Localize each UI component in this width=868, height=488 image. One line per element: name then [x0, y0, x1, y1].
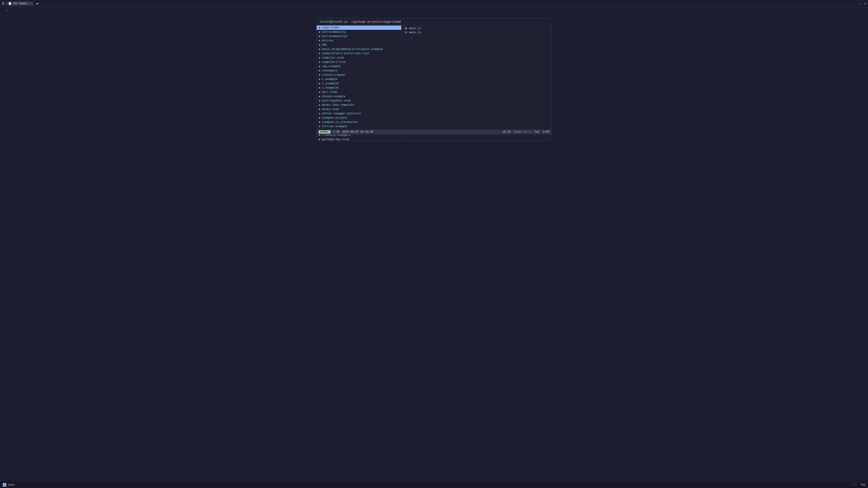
folder-icon: ▶	[319, 116, 320, 120]
yazi-app-icon: y	[3, 483, 6, 487]
top-bar-right: ↻ ⚙	[860, 2, 866, 5]
item-name: dooku-ldoc-template	[322, 103, 354, 107]
encoding-info: 1:1	[852, 483, 857, 486]
bottom-right: 1:1 Top	[852, 483, 865, 486]
folder-icon: ▶	[319, 65, 320, 68]
folder-icon: ▶	[319, 95, 320, 98]
status-disk: 10.2G	[503, 130, 511, 133]
status-line-info: 1/66	[543, 130, 549, 133]
folder-icon: ▶	[319, 121, 320, 124]
list-item[interactable]: TS main.ts	[401, 31, 551, 35]
status-right: 10.2G drwxr-xr-x Top 1/66	[503, 130, 549, 133]
folder-icon: ▶	[319, 90, 320, 94]
folder-icon: ▶	[319, 112, 320, 115]
list-item[interactable]: ▶ csexample	[317, 68, 401, 73]
yazi-header: zeioth@zeioht-pc ~/garbage-projects/algo…	[317, 18, 551, 26]
file-name: main.ts	[409, 31, 421, 34]
item-name: csharp-crawler	[322, 73, 346, 76]
folder-icon: ▶	[319, 43, 320, 46]
status-datetime: 2023-09-07 20:50:38	[342, 130, 373, 133]
list-item[interactable]: ▶ csharp-crawler	[317, 73, 401, 77]
folder-icon: ▶	[319, 56, 320, 59]
tab-item[interactable]: 📄 [No Name] ×	[6, 1, 33, 6]
folder-icon: ▶	[319, 125, 320, 128]
item-name: c_example2	[322, 82, 339, 85]
list-item[interactable]: ▶ compiler2.nvim	[317, 60, 401, 64]
ts-badge: TS	[404, 31, 408, 34]
folder-icon: ▶	[319, 138, 320, 141]
item-name: basic-programming-principles-example	[322, 48, 383, 51]
list-item[interactable]: ▶ fortran-example	[317, 124, 401, 129]
line-number-1: 1	[2, 9, 8, 12]
list-item[interactable]: ▶ basic-programming-principles-example	[317, 47, 401, 51]
item-name: garbage-day.nvim	[322, 138, 349, 141]
list-item[interactable]: JS main.js	[401, 26, 551, 31]
item-name: algorithm2	[322, 26, 339, 29]
folder-icon: ▶	[319, 82, 320, 85]
item-name: fortran-example	[322, 125, 347, 128]
item-name: cpp_example	[322, 65, 341, 68]
tab-close-button[interactable]: ×	[30, 2, 31, 5]
line-numbers: 1	[0, 7, 9, 482]
js-badge: JS	[404, 27, 408, 30]
path-highlight: algorithm2	[383, 20, 401, 24]
item-name: example_ts_standalone	[322, 121, 358, 124]
file-icon: 📄	[8, 2, 11, 5]
folder-icon: ▶	[319, 99, 320, 102]
item-name: c_example3	[322, 86, 339, 90]
list-item[interactable]: ▶ astrocommunity	[317, 30, 401, 34]
list-item[interactable]: ▶ cpp_example	[317, 64, 401, 68]
list-item[interactable]: ▶ c_example	[317, 77, 401, 81]
item-name: dotnet-swagger-petstore	[322, 112, 361, 115]
list-item[interactable]: ▶ dotnet-swagger-petstore	[317, 111, 401, 116]
folder-icon: ▶	[319, 39, 320, 42]
list-item[interactable]: ▶ algorithm2	[317, 26, 401, 30]
path-prefix: ~/garbage-projects/	[348, 20, 383, 24]
bottom-position: Top	[860, 483, 865, 486]
list-item[interactable]: ▶ c_example3	[317, 86, 401, 90]
list-item[interactable]: ▶ c_example2	[317, 81, 401, 86]
list-item[interactable]: ▶ astrocommunity2	[317, 34, 401, 38]
list-item[interactable]: ▶ garbage-day.nvim	[317, 137, 401, 141]
refresh-icon[interactable]: ↻	[860, 2, 862, 5]
status-size: 3.4K	[333, 130, 340, 133]
list-item[interactable]: ▶ dooku-ldoc-template	[317, 103, 401, 107]
list-item[interactable]: ▶ example-project	[317, 116, 401, 120]
yazi-panes: ▶ algorithm2 ▶ astrocommunity ▶ astrocom…	[317, 26, 551, 141]
yazi-overlay: zeioth@zeioht-pc ~/garbage-projects/algo…	[316, 18, 552, 141]
item-name: csexample	[322, 69, 337, 72]
list-item[interactable]: ▶ dooku.nvim	[317, 107, 401, 111]
folder-icon: ▶	[319, 69, 320, 72]
play-icon[interactable]: ▶	[37, 2, 38, 5]
folder-icon: ▶	[319, 77, 320, 81]
list-item[interactable]: ▶ example_ts_standalone	[317, 120, 401, 124]
yazi-statusbar: NORMAL 3.4K 2023-09-07 20:50:38 10.2G dr…	[316, 129, 552, 134]
menu-icon[interactable]: ☰	[2, 2, 5, 5]
item-name: dioxus-example	[322, 95, 346, 98]
item-name: c_example	[322, 78, 337, 81]
folder-icon: ▶	[319, 60, 320, 64]
folder-icon: ▶	[319, 30, 320, 34]
item-name: codecrafters-bittorrent-rust	[322, 52, 369, 55]
list-item[interactable]: ▶ distroupdate.nvim	[317, 98, 401, 103]
mode-badge: NORMAL	[319, 130, 331, 133]
folder-icon: ▶	[319, 26, 320, 29]
tab-name: [No Name]	[13, 2, 28, 5]
item-name: b0o	[322, 43, 327, 46]
folder-icon: ▶	[319, 73, 320, 76]
list-item[interactable]: ▶ astroui	[317, 38, 401, 43]
folder-icon: ▶	[319, 103, 320, 107]
list-item[interactable]: ▶ compiler.nvim	[317, 56, 401, 60]
settings-icon[interactable]: ⚙	[864, 2, 866, 5]
status-permissions: drwxr-xr-x	[515, 130, 531, 133]
list-item[interactable]: ▶ dart-Code	[317, 90, 401, 94]
item-name: astroui	[322, 39, 334, 42]
list-item[interactable]: ▶ b0o	[317, 43, 401, 47]
folder-icon: ▶	[319, 52, 320, 55]
list-item[interactable]: ▶ codecrafters-bittorrent-rust	[317, 51, 401, 56]
list-item[interactable]: ▶ dioxus-example	[317, 94, 401, 98]
file-name: main.js	[409, 27, 421, 30]
bottom-bar: y yazi 1:1 Top	[0, 482, 868, 488]
top-bar: ☰ 📄 [No Name] × ▶ ↻ ⚙	[0, 0, 868, 7]
item-name: dart-Code	[322, 91, 337, 94]
